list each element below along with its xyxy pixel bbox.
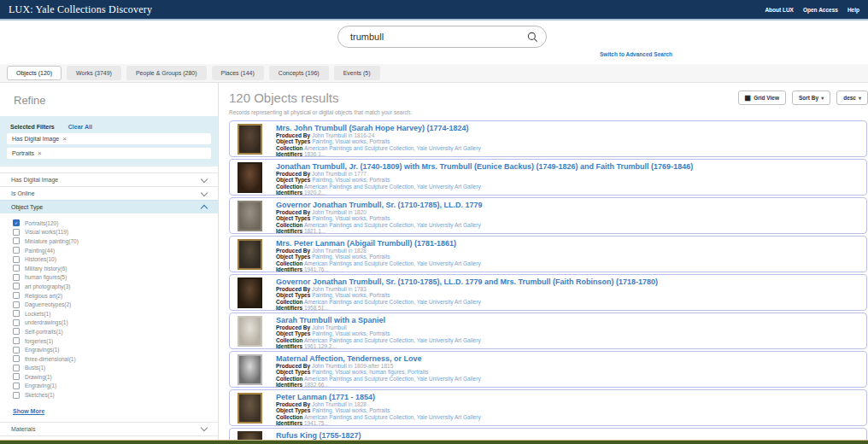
result-thumbnail[interactable] [238, 201, 262, 231]
result-title-link[interactable]: Sarah Trumbull with a Spaniel [276, 316, 481, 324]
object-type-option[interactable]: ✓ Portraits(120) [13, 219, 218, 228]
result-type-tab[interactable]: Objects (120) [7, 66, 62, 80]
producer-link[interactable]: John Trumbull [312, 401, 347, 407]
object-types-links[interactable]: Painting, Visual works, Portraits [312, 407, 390, 413]
checkbox[interactable] [13, 310, 20, 317]
checkbox[interactable] [13, 383, 20, 389]
object-type-option[interactable]: Visual works(119) [13, 228, 218, 237]
object-type-option[interactable]: Drawing(1) [13, 372, 218, 382]
producer-link[interactable]: John Trumbull [312, 209, 347, 215]
result-type-tab[interactable]: Events (5) [334, 66, 380, 80]
accordion-row[interactable]: Has Digital Image [0, 172, 218, 186]
collection-link[interactable]: American Paintings and Sculpture Collect… [304, 260, 481, 266]
object-type-option[interactable]: Busts(1) [13, 364, 218, 373]
object-type-option[interactable]: human figures(5) [13, 273, 218, 283]
collection-link[interactable]: American Paintings and Sculpture Collect… [304, 299, 481, 305]
producer-link[interactable]: John Trumbull [312, 171, 347, 177]
object-type-option[interactable]: three-dimensional(1) [13, 354, 218, 364]
checkbox[interactable] [13, 392, 20, 399]
object-type-option[interactable]: Self-portraits(1) [13, 327, 218, 336]
result-type-tab[interactable]: Works (3749) [67, 66, 121, 80]
result-title-link[interactable]: Maternal Affection, Tenderness, or Love [276, 354, 481, 363]
filter-chip[interactable]: Has Digital Image × [7, 133, 211, 144]
checkbox[interactable] [13, 373, 20, 380]
object-types-links[interactable]: Painting, Visual works, Portraits [312, 138, 390, 144]
result-title-link[interactable]: Mrs. Peter Lanman (Abigail Trumbull) (17… [276, 239, 481, 248]
object-types-links[interactable]: Painting, Visual works, Portraits [312, 292, 390, 298]
object-type-option[interactable]: Engraving(1) [13, 382, 218, 391]
checkbox[interactable] [13, 328, 20, 335]
accordion-row[interactable]: Materials [0, 422, 218, 435]
producer-link[interactable]: John Trumbull [312, 324, 347, 330]
result-type-tab[interactable]: People & Groups (280) [126, 66, 207, 80]
filter-chip[interactable]: Portraits × [7, 148, 211, 159]
object-type-option[interactable]: Painting(44) [13, 246, 218, 255]
checkbox[interactable] [13, 237, 20, 244]
result-type-tab[interactable]: Concepts (196) [269, 66, 329, 80]
object-type-option[interactable]: Engravings(1) [13, 345, 218, 354]
object-type-option[interactable]: Military history(6) [13, 264, 218, 273]
result-thumbnail[interactable] [238, 354, 262, 385]
producer-link[interactable]: John Trumbull [312, 363, 347, 369]
result-title-link[interactable]: Mrs. John Trumbull (Sarah Hope Harvey) (… [276, 124, 481, 132]
checkbox[interactable] [13, 337, 20, 344]
result-title-link[interactable]: Rufus King (1755-1827) [276, 431, 361, 440]
remove-filter-icon[interactable]: × [38, 151, 42, 156]
checkbox[interactable] [13, 365, 20, 371]
checkbox[interactable] [13, 319, 20, 326]
accordion-object-type[interactable]: Object Type [0, 200, 218, 213]
checkbox[interactable] [13, 355, 20, 362]
result-thumbnail[interactable] [238, 239, 262, 270]
checkbox[interactable] [13, 301, 20, 308]
sort-by-button[interactable]: Sort By ▾ [792, 91, 830, 105]
top-nav-link[interactable]: Open Access [803, 7, 838, 13]
object-types-links[interactable]: Painting, Visual works, Portraits [312, 215, 390, 221]
object-type-option[interactable]: Histories(10) [13, 254, 218, 264]
show-more-link[interactable]: Show More [13, 408, 44, 414]
checkbox[interactable] [13, 229, 20, 236]
object-type-option[interactable]: forgeries(1) [13, 336, 218, 346]
remove-filter-icon[interactable]: × [62, 137, 67, 142]
collection-link[interactable]: American Paintings and Sculpture Collect… [304, 376, 481, 382]
result-title-link[interactable]: Jonathan Trumbull, Jr. (1740-1809) with … [276, 162, 693, 171]
accordion-row[interactable]: Is Online [0, 186, 218, 200]
advanced-search-link[interactable]: Switch to Advanced Search [600, 51, 672, 57]
search-input[interactable] [349, 31, 527, 43]
checkbox[interactable] [13, 256, 20, 263]
result-thumbnail[interactable] [238, 162, 262, 193]
object-type-option[interactable]: Sketches(1) [13, 390, 218, 400]
result-type-tab[interactable]: Places (144) [212, 66, 264, 80]
result-title-link[interactable]: Governor Jonathan Trumbull, Sr. (1710-17… [276, 278, 658, 286]
checkbox[interactable] [13, 283, 20, 289]
checkbox[interactable] [13, 292, 20, 299]
result-title-link[interactable]: Governor Jonathan Trumbull, Sr. (1710-17… [276, 201, 483, 209]
checkbox[interactable] [13, 274, 20, 281]
result-title-link[interactable]: Peter Lanman (1771 - 1854) [276, 393, 481, 401]
object-types-links[interactable]: Painting, Visual works, Portraits [312, 330, 390, 336]
object-type-option[interactable]: underdrawings(1) [13, 318, 218, 328]
result-thumbnail[interactable] [238, 393, 262, 424]
clear-all-link[interactable]: Clear All [68, 124, 92, 130]
collection-link[interactable]: American Paintings and Sculpture Collect… [304, 145, 481, 151]
object-types-links[interactable]: Painting, Visual works, human figures, P… [312, 369, 428, 375]
search-icon[interactable] [527, 32, 538, 43]
object-types-links[interactable]: Painting, Visual works, Portraits [312, 177, 390, 183]
object-types-links[interactable]: Painting, Visual works, Portraits [312, 254, 390, 260]
producer-link[interactable]: John Trumbull [312, 286, 347, 292]
checkbox[interactable] [13, 265, 20, 272]
grid-view-button[interactable]: ▦ Grid View [738, 91, 786, 105]
result-thumbnail[interactable] [238, 124, 262, 155]
top-nav-link[interactable]: About LUX [765, 7, 794, 13]
collection-link[interactable]: American Paintings and Sculpture Collect… [304, 184, 481, 190]
sort-direction-button[interactable]: desc ▾ [836, 91, 868, 105]
object-type-option[interactable]: Miniature painting(70) [13, 237, 218, 246]
checkbox[interactable] [13, 347, 20, 353]
collection-link[interactable]: American Paintings and Sculpture Collect… [304, 414, 481, 420]
collection-link[interactable]: American Paintings and Sculpture Collect… [304, 337, 481, 343]
object-type-option[interactable]: Religious art(2) [13, 291, 218, 301]
result-thumbnail[interactable] [238, 316, 262, 347]
producer-link[interactable]: John Trumbull [312, 248, 347, 254]
collection-link[interactable]: American Paintings and Sculpture Collect… [304, 222, 481, 228]
object-type-option[interactable]: Daguerreotypes(2) [13, 300, 218, 309]
checkbox[interactable]: ✓ [13, 219, 20, 226]
